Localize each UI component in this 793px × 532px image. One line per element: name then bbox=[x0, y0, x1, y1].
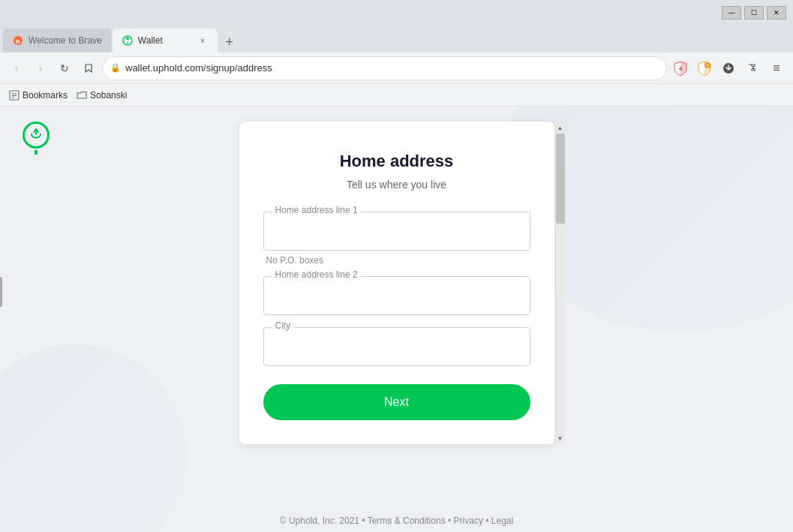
logo-bar bbox=[35, 150, 38, 155]
nav-right-controls: 4 ! bbox=[670, 58, 787, 79]
uphold-logo bbox=[23, 122, 50, 155]
address-bar[interactable]: 🔒 wallet.uphold.com/signup/address bbox=[102, 56, 667, 80]
sobanski-label: Sobanski bbox=[90, 90, 127, 101]
window-controls: — ☐ ✕ bbox=[721, 6, 787, 20]
wallet-tab-icon bbox=[122, 35, 134, 47]
brave-shield-button[interactable]: 4 bbox=[670, 58, 691, 79]
title-bar: — ☐ ✕ bbox=[0, 0, 793, 26]
page-inner: ▲ ▼ Home address Tell us where you live … bbox=[0, 107, 793, 506]
close-wallet-tab-button[interactable]: × bbox=[197, 35, 209, 47]
sobanski-bookmark[interactable]: Sobanski bbox=[77, 90, 127, 101]
uphold-icon bbox=[28, 127, 44, 143]
logo-circle bbox=[23, 122, 50, 149]
browser-menu-button[interactable]: ≡ bbox=[766, 58, 787, 79]
bookmark-button[interactable] bbox=[78, 58, 99, 79]
address-line-2-input[interactable] bbox=[263, 276, 530, 315]
address-line-1-label: Home address line 1 bbox=[272, 205, 361, 215]
form-subtitle: Tell us where you live bbox=[263, 179, 530, 191]
footer-sep2: • bbox=[485, 515, 488, 526]
address-line-2-group: Home address line 2 bbox=[263, 276, 530, 315]
bookmarks-bar: Bookmarks Sobanski bbox=[0, 84, 793, 107]
svg-text:!: ! bbox=[707, 63, 708, 68]
footer-sep1: • bbox=[448, 515, 451, 526]
address-line-1-group: Home address line 1 bbox=[263, 212, 530, 251]
close-button[interactable]: ✕ bbox=[767, 6, 786, 20]
page-footer: © Uphold, Inc. 2021 • Terms & Conditions… bbox=[280, 506, 513, 532]
maximize-button[interactable]: ☐ bbox=[744, 6, 764, 20]
city-input[interactable] bbox=[263, 327, 530, 366]
nav-bar: ‹ › ↻ 🔒 wallet.uphold.com/signup/address… bbox=[0, 53, 793, 84]
scroll-thumb[interactable] bbox=[556, 134, 565, 224]
new-tab-button[interactable]: + bbox=[219, 32, 240, 53]
scroll-down-button[interactable]: ▼ bbox=[556, 432, 565, 444]
back-button[interactable]: ‹ bbox=[6, 58, 27, 79]
minimize-button[interactable]: — bbox=[722, 6, 741, 20]
download-button[interactable] bbox=[718, 58, 739, 79]
svg-text:B: B bbox=[16, 38, 20, 45]
terms-link[interactable]: Terms & Conditions bbox=[368, 515, 446, 526]
tab-brave[interactable]: B Welcome to Brave bbox=[3, 29, 111, 53]
tabs-bar: B Welcome to Brave Wallet × + bbox=[0, 26, 793, 53]
next-button[interactable]: Next bbox=[263, 384, 530, 420]
privacy-link[interactable]: Privacy bbox=[454, 515, 483, 526]
bookmarks-bookmark[interactable]: Bookmarks bbox=[9, 90, 68, 101]
city-label: City bbox=[272, 320, 294, 331]
reload-button[interactable]: ↻ bbox=[54, 58, 75, 79]
bookmarks-label: Bookmarks bbox=[23, 90, 68, 101]
form-title: Home address bbox=[263, 152, 530, 171]
lock-icon: 🔒 bbox=[110, 63, 121, 73]
footer-copyright: © Uphold, Inc. 2021 • bbox=[280, 515, 365, 526]
scroll-left-edge bbox=[0, 277, 2, 307]
city-group: City bbox=[263, 327, 530, 366]
scroll-up-button[interactable]: ▲ bbox=[556, 122, 565, 134]
extensions-button[interactable] bbox=[742, 58, 763, 79]
bookmarks-icon bbox=[9, 90, 20, 101]
address-text: wallet.uphold.com/signup/address bbox=[125, 62, 659, 74]
address-line-2-label: Home address line 2 bbox=[272, 269, 361, 280]
brave-rewards-button[interactable]: ! bbox=[694, 58, 715, 79]
folder-icon bbox=[77, 90, 87, 101]
browser-frame: — ☐ ✕ B Welcome to Brave Wal bbox=[0, 0, 793, 532]
tab-wallet[interactable]: Wallet × bbox=[113, 29, 218, 53]
address-line-1-helper: No P.O. boxes bbox=[263, 255, 530, 266]
wallet-tab-title: Wallet bbox=[138, 35, 192, 46]
form-card: ▲ ▼ Home address Tell us where you live … bbox=[239, 122, 554, 444]
forward-button[interactable]: › bbox=[30, 58, 51, 79]
address-line-1-input[interactable] bbox=[263, 212, 530, 251]
legal-link[interactable]: Legal bbox=[491, 515, 513, 526]
brave-tab-icon: B bbox=[12, 35, 24, 47]
scroll-track: ▲ ▼ bbox=[556, 122, 565, 444]
page-content: ▲ ▼ Home address Tell us where you live … bbox=[0, 107, 793, 532]
brave-tab-title: Welcome to Brave bbox=[29, 35, 102, 46]
svg-text:4: 4 bbox=[679, 65, 683, 72]
